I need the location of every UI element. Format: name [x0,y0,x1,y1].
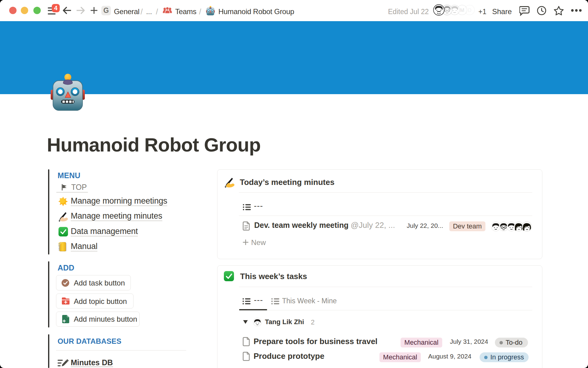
svg-text:D: D [468,8,472,13]
svg-text:M: M [460,8,464,13]
